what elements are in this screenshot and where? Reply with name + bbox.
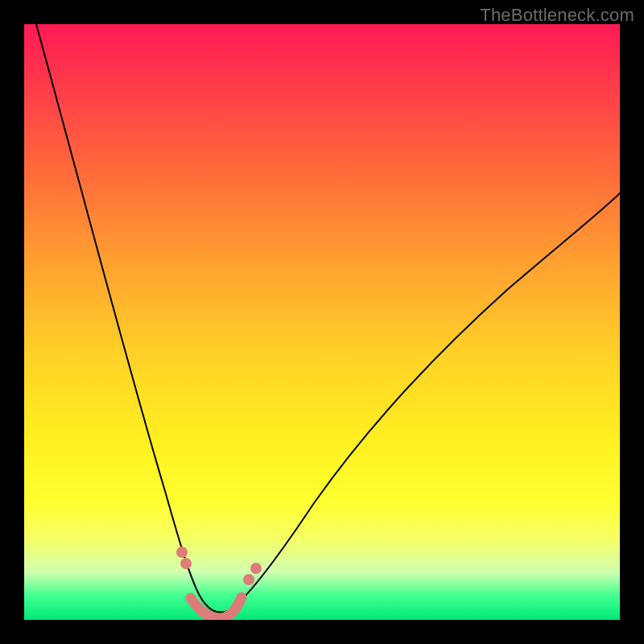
curve-marker-right-upper [250,563,262,574]
curve-bottom-u-marker [191,597,242,618]
watermark-text: TheBottleneck.com [480,5,634,26]
chart-plot-area [24,24,620,620]
curve-marker-left-upper [176,547,188,558]
bottleneck-curve-svg [24,24,620,620]
curve-marker-right-lower [243,574,254,585]
curve-marker-left-lower [180,558,192,569]
bottleneck-curve [36,24,620,613]
